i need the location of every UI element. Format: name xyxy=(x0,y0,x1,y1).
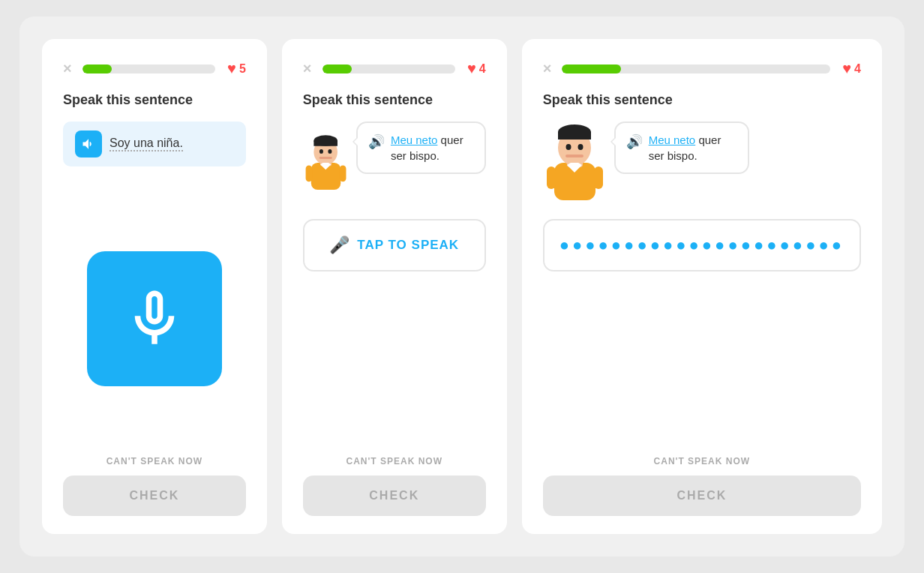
heart-icon-2: ♥ xyxy=(467,60,476,77)
cant-speak-3[interactable]: CAN'T SPEAK NOW xyxy=(543,456,861,466)
progress-bar-bg-1 xyxy=(82,64,215,74)
svg-rect-20 xyxy=(547,166,556,189)
heart-count-2: 4 xyxy=(479,62,486,76)
progress-bar-fill-1 xyxy=(82,64,112,74)
tap-speak-label-2: TAP TO SPEAK xyxy=(357,238,459,253)
mic-button-big-1[interactable] xyxy=(87,251,222,386)
heart-icon-1: ♥ xyxy=(227,60,236,77)
svg-rect-4 xyxy=(314,141,338,146)
svg-rect-7 xyxy=(319,157,332,159)
sentence-text-1: Soy una niña. xyxy=(110,136,183,152)
cant-speak-2[interactable]: CAN'T SPEAK NOW xyxy=(303,456,486,466)
bubble-text-3: Meu neto quer ser bispo. xyxy=(649,132,737,164)
svg-point-16 xyxy=(566,144,571,150)
character-avatar-3 xyxy=(543,122,607,204)
panel-3-header: × ♥ 4 xyxy=(543,60,861,77)
panel-2-header: × ♥ 4 xyxy=(303,60,486,77)
heart-area-2: ♥ 4 xyxy=(467,60,486,77)
bubble-speaker-icon-3[interactable]: 🔊 xyxy=(626,134,643,150)
dots-area-3: ●●●●●●●●●●●●●●●●●●●●●● xyxy=(543,219,861,272)
svg-rect-9 xyxy=(305,166,312,182)
close-button-1[interactable]: × xyxy=(63,60,72,77)
mic-container-1 xyxy=(63,189,246,448)
speech-bubble-3: 🔊 Meu neto quer ser bispo. xyxy=(614,122,749,174)
bubble-speaker-icon-2[interactable]: 🔊 xyxy=(368,134,385,150)
speech-bubble-2: 🔊 Meu neto quer ser bispo. xyxy=(356,122,486,174)
dots-text-3: ●●●●●●●●●●●●●●●●●●●●●● xyxy=(560,236,844,255)
heart-count-1: 5 xyxy=(239,62,246,76)
heart-area-1: ♥ 5 xyxy=(227,60,246,77)
bubble-underline-text-3: Meu neto xyxy=(649,134,696,146)
heart-area-3: ♥ 4 xyxy=(842,60,861,77)
bubble-underline-text-2: Meu neto xyxy=(391,134,438,146)
panel-1-header: × ♥ 5 xyxy=(63,60,246,77)
heart-count-3: 4 xyxy=(854,62,861,76)
character-avatar-2 xyxy=(303,122,349,204)
close-button-2[interactable]: × xyxy=(303,60,312,77)
close-button-3[interactable]: × xyxy=(543,60,552,77)
cant-speak-1[interactable]: CAN'T SPEAK NOW xyxy=(63,456,246,466)
progress-bar-fill-3 xyxy=(562,64,621,74)
instruction-3: Speak this sentence xyxy=(543,92,861,108)
progress-bar-bg-2 xyxy=(322,64,455,74)
svg-rect-21 xyxy=(594,166,603,189)
instruction-1: Speak this sentence xyxy=(63,92,246,108)
character-section-3: 🔊 Meu neto quer ser bispo. xyxy=(543,122,861,204)
panel-3: × ♥ 4 Speak this sentence xyxy=(522,39,882,534)
svg-rect-10 xyxy=(340,166,346,182)
tap-speak-area-2[interactable]: 🎤 TAP TO SPEAK xyxy=(303,219,486,272)
check-button-2[interactable]: CHECK xyxy=(303,476,486,516)
svg-point-5 xyxy=(320,149,323,154)
bubble-text-2: Meu neto quer ser bispo. xyxy=(391,132,474,164)
svg-rect-15 xyxy=(558,132,591,140)
heart-icon-3: ♥ xyxy=(842,60,851,77)
speaker-button-1[interactable] xyxy=(75,130,102,158)
tap-speak-mic-icon-2: 🎤 xyxy=(329,236,350,255)
check-button-1[interactable]: CHECK xyxy=(63,476,246,516)
svg-point-17 xyxy=(578,144,583,150)
check-button-3[interactable]: CHECK xyxy=(543,476,861,516)
progress-bar-bg-3 xyxy=(562,64,830,74)
speaker-icon-1 xyxy=(81,136,96,152)
panel-2: × ♥ 4 Speak this sentence xyxy=(282,39,507,534)
instruction-2: Speak this sentence xyxy=(303,92,486,108)
mic-icon-big-1 xyxy=(121,285,188,352)
panel-1: × ♥ 5 Speak this sentence Soy una niña. xyxy=(42,39,267,534)
svg-rect-18 xyxy=(566,154,584,158)
character-section-2: 🔊 Meu neto quer ser bispo. xyxy=(303,122,486,204)
progress-bar-fill-2 xyxy=(322,64,352,74)
sentence-display-1: Soy una niña. xyxy=(63,122,246,166)
app-container: × ♥ 5 Speak this sentence Soy una niña. xyxy=(20,16,904,556)
svg-point-6 xyxy=(328,149,332,154)
